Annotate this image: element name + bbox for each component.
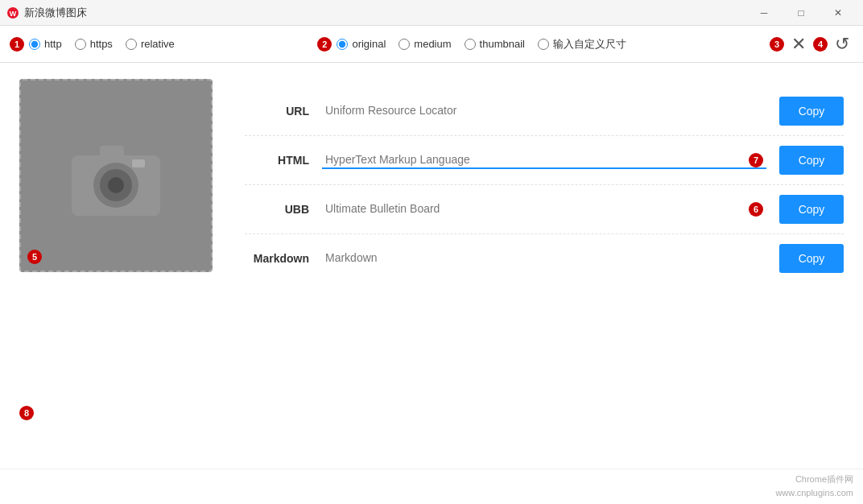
maximize-button[interactable]: □ <box>782 0 820 26</box>
app-title: 新浪微博图床 <box>24 6 745 20</box>
refresh-button[interactable]: ↺ <box>831 33 853 56</box>
image-preview: 5 <box>19 79 213 272</box>
radio-https[interactable]: https <box>75 38 113 50</box>
radio-http[interactable]: http <box>29 38 62 50</box>
radio-group-size: original medium thumbnail 输入自定义尺寸 <box>337 37 770 52</box>
badge-8: 8 <box>19 406 34 420</box>
markdown-label: Markdown <box>245 252 309 265</box>
url-field-row: URL Copy <box>245 87 844 136</box>
svg-rect-6 <box>100 146 124 158</box>
fields-area: URL Copy HTML 7 Copy UBB 6 Copy <box>245 79 844 283</box>
close-button[interactable]: ✕ <box>820 0 857 26</box>
radio-custom[interactable]: 输入自定义尺寸 <box>538 37 626 52</box>
html-label: HTML <box>245 154 309 167</box>
markdown-copy-button[interactable]: Copy <box>779 244 844 273</box>
svg-rect-7 <box>132 159 145 167</box>
radio-relative[interactable]: relative <box>126 38 175 50</box>
radio-medium[interactable]: medium <box>398 38 451 50</box>
url-label: URL <box>245 105 309 118</box>
badge-5: 5 <box>27 250 42 264</box>
toolbar: 1 http https relative 2 original medium <box>0 26 863 63</box>
footer: Chrome插件网 www.cnplugins.com <box>0 469 863 504</box>
ubb-label: UBB <box>245 203 309 216</box>
ubb-copy-button[interactable]: Copy <box>779 195 844 224</box>
footer-line2: www.cnplugins.com <box>775 488 853 498</box>
markdown-field-row: Markdown Copy <box>245 234 844 283</box>
radio-thumbnail[interactable]: thumbnail <box>465 38 525 50</box>
titlebar: W 新浪微博图床 ─ □ ✕ <box>0 0 863 26</box>
html-input-container: 7 <box>322 151 766 169</box>
html-field-row: HTML 7 Copy <box>245 136 844 185</box>
html-copy-button[interactable]: Copy <box>779 146 844 175</box>
app-icon: W <box>6 6 19 19</box>
radio-group-protocol: http https relative <box>29 38 317 50</box>
badge-7: 7 <box>749 153 763 167</box>
url-input[interactable] <box>322 102 766 120</box>
ubb-field-row: UBB 6 Copy <box>245 185 844 234</box>
html-input[interactable] <box>322 151 766 169</box>
svg-point-5 <box>108 177 124 193</box>
toolbar-actions: 3 ✕ 4 ↺ <box>770 33 853 56</box>
ubb-input[interactable] <box>322 200 736 218</box>
url-copy-button[interactable]: Copy <box>779 97 844 126</box>
badge-4: 4 <box>813 37 828 52</box>
clear-button[interactable]: ✕ <box>787 33 810 56</box>
badge-1: 1 <box>10 37 24 52</box>
window-controls: ─ □ ✕ <box>745 0 857 26</box>
content-area: 5 URL Copy HTML 7 Copy <box>0 63 863 469</box>
markdown-input[interactable] <box>322 250 766 267</box>
radio-original[interactable]: original <box>337 38 386 50</box>
minimize-button[interactable]: ─ <box>745 0 782 26</box>
badge-6: 6 <box>749 202 763 217</box>
badge-3: 3 <box>770 37 784 52</box>
svg-text:W: W <box>10 10 17 18</box>
preview-container: 5 <box>19 79 213 272</box>
badge-2: 2 <box>317 37 332 52</box>
main-content: 5 URL Copy HTML 7 Copy <box>19 79 844 283</box>
footer-line1: Chrome插件网 <box>795 474 853 484</box>
